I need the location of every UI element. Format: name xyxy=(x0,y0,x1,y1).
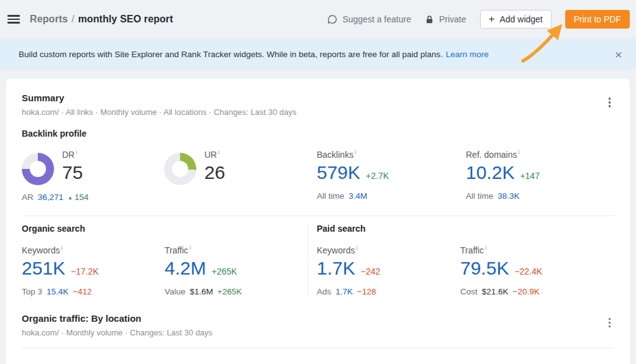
organic-top3-line: Top 3 15.4K −412 xyxy=(22,287,165,296)
print-to-pdf-button[interactable]: Print to PDF xyxy=(565,10,630,29)
top-header: Reports/monthly SEO report Suggest a fea… xyxy=(0,0,636,39)
info-icon[interactable]: i xyxy=(61,244,62,251)
add-widget-label: Add widget xyxy=(499,14,542,24)
paid-keywords-metric: Keywordsi 1.7K −242 Ads 1.7K −128 xyxy=(317,244,460,296)
learn-more-link[interactable]: Learn more xyxy=(446,50,489,59)
ref-domains-value-link[interactable]: 10.2K xyxy=(466,162,514,184)
info-icon[interactable]: i xyxy=(518,148,519,155)
dr-value: 75 xyxy=(62,162,83,184)
speech-bubble-icon xyxy=(327,14,337,24)
page-title: monthly SEO report xyxy=(78,14,173,24)
paid-traffic-value-link[interactable]: 79.5K xyxy=(460,257,509,280)
ahrefs-report-screen: Reports/monthly SEO report Suggest a fea… xyxy=(0,0,636,364)
paid-ads-link[interactable]: 1.7K xyxy=(335,287,353,296)
info-icon[interactable]: i xyxy=(485,244,486,251)
ref-domains-alltime-line: All time 38.3K xyxy=(466,191,614,201)
ar-delta: ▲154 xyxy=(68,193,88,202)
summary-title: Summary xyxy=(22,93,296,103)
organic-traffic-value-link[interactable]: 4.2M xyxy=(165,257,206,280)
suggest-feature-button[interactable]: Suggest a feature xyxy=(327,14,411,24)
summary-widget-header: Summary hoka.com/ · All links · Monthly … xyxy=(6,79,630,117)
ref-domains-alltime-link[interactable]: 38.3K xyxy=(497,191,519,201)
ar-line: AR 36,271 ▲154 xyxy=(22,193,164,202)
privacy-status[interactable]: Private xyxy=(425,14,466,24)
by-location-widget-header: Organic traffic: By location hoka.com/ ·… xyxy=(6,296,630,337)
dr-label: DRi xyxy=(62,148,83,160)
paid-search-title: Paid search xyxy=(317,224,614,234)
ur-label: URi xyxy=(204,148,225,160)
paid-keywords-value-link[interactable]: 1.7K xyxy=(317,257,355,280)
lock-icon xyxy=(425,15,434,24)
organic-keywords-value-link[interactable]: 251K xyxy=(22,257,65,280)
search-metrics-row: Organic search Keywordsi 251K −17.2K Top… xyxy=(6,224,630,296)
ur-metric: URi 26 xyxy=(164,148,317,202)
suggest-feature-label: Suggest a feature xyxy=(342,14,411,24)
backlinks-alltime-line: All time 3.4M xyxy=(317,191,466,201)
info-icon[interactable]: i xyxy=(355,148,356,155)
paid-keywords-delta: −242 xyxy=(361,266,381,276)
up-triangle-icon: ▲ xyxy=(68,195,73,201)
organic-keywords-metric: Keywordsi 251K −17.2K Top 3 15.4K −412 xyxy=(22,244,165,296)
close-icon[interactable]: × xyxy=(611,47,626,62)
info-icon[interactable]: i xyxy=(356,244,357,251)
hamburger-menu-icon[interactable] xyxy=(7,15,20,24)
ur-donut-chart xyxy=(164,153,196,185)
organic-top3-link[interactable]: 15.4K xyxy=(47,287,68,296)
paid-ads-line: Ads 1.7K −128 xyxy=(317,287,460,296)
backlinks-alltime-link[interactable]: 3.4M xyxy=(348,191,367,201)
breadcrumb: Reports/monthly SEO report xyxy=(30,14,173,25)
info-icon[interactable]: i xyxy=(218,148,219,155)
ref-domains-label: Ref. domainsi xyxy=(466,148,614,160)
dr-metric: DRi 75 AR 36,271 ▲154 xyxy=(22,148,164,202)
organic-value-line: Value $1.6M +265K xyxy=(165,287,307,296)
banner-message: Build custom reports with Site Explorer … xyxy=(19,50,489,59)
backlink-profile-title: Backlink profile xyxy=(22,129,614,139)
breadcrumb-separator: / xyxy=(71,14,75,24)
ref-domains-delta: +147 xyxy=(520,171,540,181)
ar-label: AR xyxy=(22,193,34,202)
organic-keywords-delta: −17.2K xyxy=(71,266,99,276)
by-location-subtitle: hoka.com/ · Monthly volume · Changes: La… xyxy=(22,328,212,337)
backlinks-label: Backlinksi xyxy=(317,148,466,160)
info-icon[interactable]: i xyxy=(76,148,77,155)
summary-subtitle: hoka.com/ · All links · Monthly volume ·… xyxy=(22,107,296,117)
ur-value: 26 xyxy=(204,162,225,184)
ref-domains-metric: Ref. domainsi 10.2K +147 All time 38.3K xyxy=(466,148,614,202)
paid-cost-line: Cost $21.6K −20.9K xyxy=(460,287,614,296)
beta-banner: Build custom reports with Site Explorer … xyxy=(0,39,636,70)
kebab-menu-icon[interactable] xyxy=(605,94,615,111)
organic-search-title: Organic search xyxy=(22,224,307,234)
plus-icon: + xyxy=(489,14,495,24)
backlinks-value-link[interactable]: 579K xyxy=(317,162,360,184)
section-divider xyxy=(22,216,614,216)
kebab-menu-icon[interactable] xyxy=(605,314,615,332)
backlinks-metric: Backlinksi 579K +2.7K All time 3.4M xyxy=(317,148,466,202)
ar-value-link[interactable]: 36,271 xyxy=(38,193,63,202)
backlink-metrics-row: DRi 75 AR 36,271 ▲154 URi 26 xyxy=(6,148,630,202)
private-label: Private xyxy=(439,14,466,24)
paid-search-group: Paid search Keywordsi 1.7K −242 Ads 1.7K… xyxy=(307,224,614,296)
organic-traffic-metric: Traffici 4.2M +265K Value $1.6M +265K xyxy=(165,244,307,296)
breadcrumb-reports-link[interactable]: Reports xyxy=(30,14,68,24)
paid-traffic-metric: Traffici 79.5K −22.4K Cost $21.6K −20.9K xyxy=(460,244,614,296)
by-location-title: Organic traffic: By location xyxy=(22,313,212,324)
organic-traffic-delta: +265K xyxy=(212,266,237,276)
dr-donut-chart xyxy=(22,153,54,185)
summary-card: Summary hoka.com/ · All links · Monthly … xyxy=(6,79,630,364)
paid-traffic-delta: −22.4K xyxy=(514,266,542,276)
info-icon[interactable]: i xyxy=(189,244,191,251)
backlinks-delta: +2.7K xyxy=(366,171,389,181)
add-widget-button[interactable]: + Add widget xyxy=(480,10,552,29)
bottom-divider xyxy=(22,348,614,348)
organic-search-group: Organic search Keywordsi 251K −17.2K Top… xyxy=(22,224,307,296)
